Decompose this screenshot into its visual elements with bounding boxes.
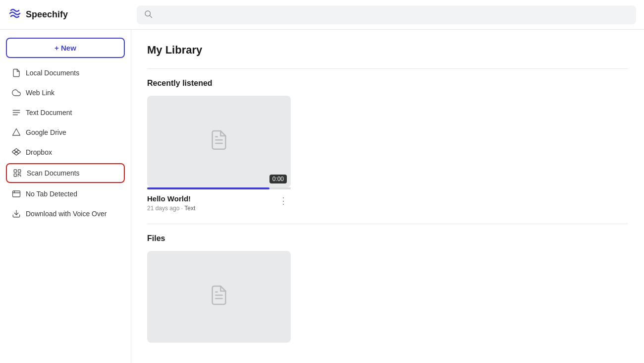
card-hello-world[interactable]: 0:00 Hello World! 21 days ago · Text bbox=[147, 96, 291, 212]
files-cards bbox=[147, 251, 628, 343]
sidebar-item-scan-documents[interactable]: Scan Documents bbox=[6, 163, 125, 183]
sidebar-item-dropbox-label: Dropbox bbox=[26, 148, 52, 156]
svg-rect-7 bbox=[18, 170, 21, 172]
recently-listened-section: Recently listened bbox=[147, 79, 628, 212]
header: Speechify bbox=[0, 0, 644, 30]
card-meta-sep: · bbox=[181, 205, 183, 212]
progress-bar-wrap bbox=[147, 187, 291, 189]
card-text-info: Hello World! 21 days ago · Text bbox=[147, 194, 195, 212]
card-thumbnail: 0:00 bbox=[147, 96, 291, 187]
card-menu-button[interactable]: ⋮ bbox=[276, 194, 291, 207]
card-doc-icon-files bbox=[209, 284, 229, 310]
sidebar-item-dropbox[interactable]: Dropbox bbox=[6, 143, 125, 161]
card-title: Hello World! bbox=[147, 194, 195, 203]
card-meta-time: 21 days ago bbox=[147, 205, 179, 212]
sidebar-item-no-tab-detected[interactable]: No Tab Detected bbox=[6, 185, 125, 203]
google-drive-icon bbox=[12, 128, 21, 137]
search-input[interactable] bbox=[157, 11, 629, 19]
logo-text: Speechify bbox=[26, 9, 68, 20]
sidebar: + New Local Documents Web Link Text Docu… bbox=[0, 30, 131, 363]
svg-rect-6 bbox=[14, 170, 16, 172]
text-lines-icon bbox=[12, 108, 21, 117]
sidebar-item-google-drive-label: Google Drive bbox=[26, 128, 66, 136]
body-layout: + New Local Documents Web Link Text Docu… bbox=[0, 30, 644, 363]
card-files-placeholder[interactable] bbox=[147, 251, 291, 343]
tab-icon bbox=[12, 189, 21, 198]
card-meta-type: Text bbox=[184, 205, 195, 212]
sidebar-item-local-documents-label: Local Documents bbox=[26, 69, 79, 77]
sidebar-item-local-documents[interactable]: Local Documents bbox=[6, 64, 125, 82]
sidebar-item-text-document[interactable]: Text Document bbox=[6, 104, 125, 121]
svg-line-1 bbox=[150, 15, 152, 17]
sidebar-item-download-voice-over[interactable]: Download with Voice Over bbox=[6, 205, 125, 223]
main-content: My Library Recently listened bbox=[131, 30, 644, 363]
search-bar[interactable] bbox=[137, 5, 636, 24]
sidebar-item-text-document-label: Text Document bbox=[26, 109, 72, 117]
sidebar-item-google-drive[interactable]: Google Drive bbox=[6, 123, 125, 141]
dropbox-icon bbox=[12, 148, 21, 157]
card-meta: 21 days ago · Text bbox=[147, 205, 195, 212]
card-info: Hello World! 21 days ago · Text ⋮ bbox=[147, 194, 291, 212]
sidebar-item-web-link[interactable]: Web Link bbox=[6, 84, 125, 102]
sidebar-item-download-voice-over-label: Download with Voice Over bbox=[26, 210, 107, 218]
logo-area: Speechify bbox=[8, 6, 137, 23]
page-title: My Library bbox=[147, 44, 628, 57]
svg-rect-9 bbox=[13, 191, 20, 197]
new-button[interactable]: + New bbox=[6, 38, 125, 58]
cloud-icon bbox=[12, 88, 21, 97]
card-thumbnail-files bbox=[147, 251, 291, 343]
section-divider-2 bbox=[147, 224, 628, 224]
progress-bar-fill bbox=[147, 187, 269, 189]
download-icon bbox=[12, 209, 21, 218]
search-icon bbox=[144, 9, 153, 20]
sidebar-item-scan-documents-label: Scan Documents bbox=[27, 169, 80, 177]
svg-rect-8 bbox=[14, 174, 16, 177]
recently-listened-cards: 0:00 Hello World! 21 days ago · Text bbox=[147, 96, 628, 212]
scan-icon bbox=[13, 169, 22, 178]
card-doc-icon bbox=[209, 129, 229, 155]
files-section: Files bbox=[147, 234, 628, 343]
sidebar-item-web-link-label: Web Link bbox=[26, 89, 54, 97]
files-section-title: Files bbox=[147, 234, 628, 243]
file-icon bbox=[12, 68, 21, 77]
speechify-logo-icon bbox=[8, 6, 22, 23]
section-divider-1 bbox=[147, 68, 628, 69]
recently-listened-title: Recently listened bbox=[147, 79, 628, 88]
svg-marker-5 bbox=[13, 129, 20, 136]
time-badge: 0:00 bbox=[269, 175, 287, 183]
sidebar-item-no-tab-detected-label: No Tab Detected bbox=[26, 190, 77, 198]
